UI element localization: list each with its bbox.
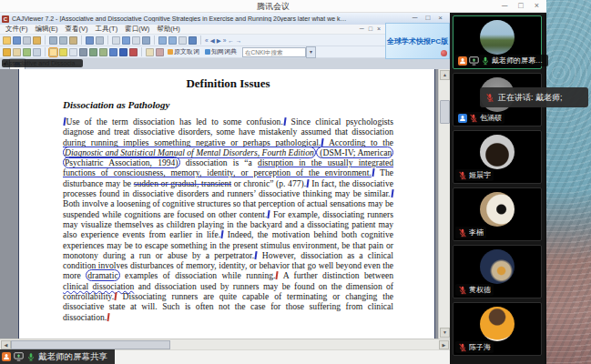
horizontal-scroll-thumb[interactable] <box>11 340 170 349</box>
vertical-scrollbar[interactable]: ▲ ▼ <box>438 69 450 339</box>
cnki-dict-button-label: 知网词典 <box>211 47 237 56</box>
participant-name: 包涵硕 <box>480 113 502 123</box>
full-screen-icon[interactable] <box>189 36 197 45</box>
menu-item-2[interactable]: 查看(V) <box>62 25 92 34</box>
forward-icon[interactable]: → <box>236 35 242 46</box>
participant-tile-5[interactable]: 陈子海 <box>453 302 542 356</box>
hand-tool-icon[interactable] <box>13 48 21 56</box>
cnki-search-input[interactable] <box>242 47 306 57</box>
zoom-out-icon[interactable] <box>168 36 177 45</box>
participant-tile-2[interactable]: 姬晨宇 <box>453 130 542 184</box>
read-aloud-icon[interactable] <box>156 48 164 56</box>
first-page-icon[interactable]: « <box>205 35 209 46</box>
scroll-left-icon[interactable]: ◀ <box>1 340 11 349</box>
scroll-up-icon[interactable]: ▲ <box>440 70 450 80</box>
participant-label: 黄权德 <box>455 284 494 296</box>
ellipse-icon[interactable] <box>99 48 107 56</box>
pick-words-button[interactable]: 原文取词 <box>166 47 201 56</box>
stamp-icon[interactable] <box>129 48 138 56</box>
note-icon[interactable] <box>69 48 77 56</box>
avatar <box>480 20 515 55</box>
menu-item-4[interactable]: 窗口(W) <box>121 25 153 34</box>
thumbnail-view-icon[interactable] <box>142 36 150 45</box>
cajviewer-window: C CAJViewer 7.2 - [Associative and Disso… <box>0 13 450 364</box>
ocr-icon[interactable] <box>146 48 154 56</box>
close-button[interactable]: × <box>535 0 539 12</box>
doc-section-title: Definition Issues <box>63 76 393 91</box>
banner-mascot-icon <box>441 50 447 56</box>
pen-icon[interactable] <box>49 48 57 56</box>
caj-maximize-button[interactable]: □ <box>425 14 430 22</box>
next-page-icon[interactable]: ▶ <box>217 35 221 46</box>
scroll-right-icon[interactable]: ▶ <box>439 340 449 349</box>
facing-pages-icon[interactable] <box>122 36 130 45</box>
participant-tile-4[interactable]: 黄权德 <box>453 245 542 298</box>
toolbar-separator <box>154 35 155 45</box>
cnki-dict-button[interactable]: 知网词典 <box>203 47 239 56</box>
horizontal-scrollbar[interactable]: ◀ ▶ <box>0 339 450 349</box>
menu-item-5[interactable]: 帮助(H) <box>153 25 183 34</box>
minimize-button[interactable]: ─ <box>502 0 507 12</box>
caj-minimize-button[interactable]: ─ <box>413 14 418 22</box>
document-tab[interactable]: ▤ Associative and Dissocia... <box>9 58 26 69</box>
zoom-in-icon[interactable] <box>158 36 167 45</box>
cnki-express-banner[interactable]: 全球学术快报PC版 <box>385 23 450 59</box>
zoom-tool-icon[interactable] <box>33 48 41 56</box>
search-dropdown-icon[interactable]: ▾ <box>306 46 316 58</box>
cajviewer-titlebar: C CAJViewer 7.2 - [Associative and Disso… <box>0 13 450 25</box>
save-icon[interactable] <box>13 36 21 45</box>
redo-icon[interactable] <box>96 36 104 45</box>
participant-tile-0[interactable]: 戴老师的屏幕共享 <box>453 15 542 69</box>
avatar <box>480 307 515 341</box>
single-page-icon[interactable] <box>112 36 120 45</box>
mic-on-icon <box>26 352 36 361</box>
open-icon[interactable] <box>3 36 11 45</box>
vertical-scroll-thumb[interactable] <box>440 100 450 124</box>
annotated-text-segment: sudden or gradual, transient <box>134 178 231 188</box>
menu-item-3[interactable]: 工具(T) <box>92 25 122 34</box>
cnki-search-box: ▾ <box>242 46 316 58</box>
straight-line-icon[interactable] <box>79 48 87 56</box>
doc-subsection-heading: Dissociation as Pathology <box>63 99 393 110</box>
toolbar-separator <box>45 47 46 56</box>
scroll-down-icon[interactable]: ▼ <box>440 328 450 338</box>
participant-name: 黄权德 <box>469 285 491 295</box>
text-segment: According to the <box>324 137 393 147</box>
avatar <box>480 249 515 284</box>
undo-icon[interactable] <box>86 36 94 45</box>
snapshot-icon[interactable] <box>23 48 31 56</box>
rectangle-icon[interactable] <box>89 48 97 56</box>
text-segment: A further distinction between <box>279 270 393 280</box>
toolbar-separator <box>141 47 142 56</box>
highlighter-icon[interactable] <box>59 48 67 56</box>
select-text-icon[interactable] <box>3 48 11 56</box>
mail-icon[interactable] <box>33 36 41 45</box>
print-icon[interactable] <box>23 36 31 45</box>
prev-page-icon[interactable]: ◀ <box>210 35 215 46</box>
annotated-text-segment: during running implies something negativ… <box>63 137 321 147</box>
text-annotation-icon[interactable] <box>119 48 127 56</box>
toolbar-standard: «◀▶»←→ <box>0 35 450 46</box>
menu-item-1[interactable]: 编辑(E) <box>32 25 62 34</box>
arrow-icon[interactable] <box>109 48 117 56</box>
last-page-icon[interactable]: » <box>223 35 227 46</box>
continuous-page-icon[interactable] <box>132 36 140 45</box>
doc-restore-button[interactable]: □ <box>369 25 372 32</box>
paste-icon[interactable] <box>69 36 77 45</box>
cut-icon[interactable] <box>49 36 57 45</box>
pick-words-icon <box>168 49 173 55</box>
participant-panel: 戴老师的屏幕共享 包涵硕 姬晨宇 李楠 黄权德 陈子海 <box>450 13 545 364</box>
mic-muted-icon <box>458 343 467 352</box>
maximize-button[interactable]: □ <box>518 0 523 12</box>
copy-icon[interactable] <box>59 36 67 45</box>
menu-item-0[interactable]: 文件(F) <box>2 25 32 34</box>
cajviewer-title: CAJViewer 7.2 - [Associative and Dissoci… <box>12 15 349 22</box>
fit-width-icon[interactable] <box>178 36 187 45</box>
participant-tile-3[interactable]: 李楠 <box>453 187 542 241</box>
caj-close-button[interactable]: × <box>438 14 443 22</box>
back-icon[interactable]: ← <box>228 35 234 46</box>
participant-name: 姬晨宇 <box>469 170 491 180</box>
doc-minimize-button[interactable]: ─ <box>360 25 364 32</box>
doc-close-button[interactable]: × <box>377 25 381 32</box>
pdf-page[interactable]: Definition Issues Dissociation as Pathol… <box>18 69 435 339</box>
